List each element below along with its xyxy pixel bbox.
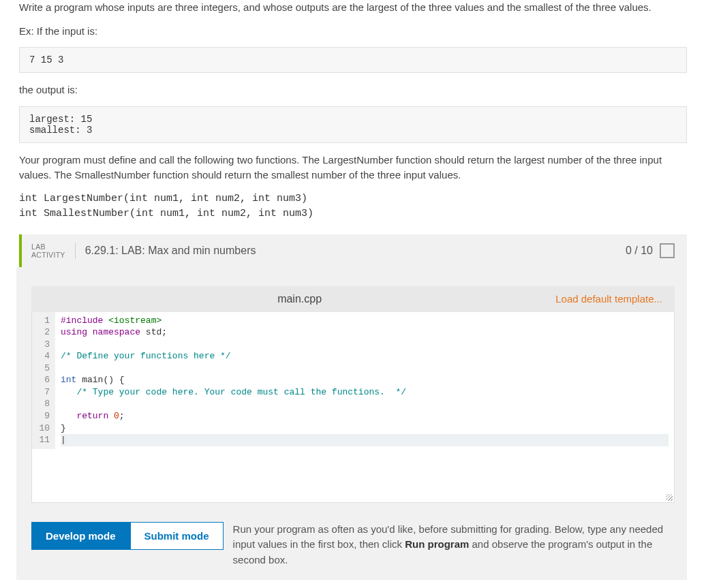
line-number: 4 — [35, 350, 50, 362]
line-gutter: 1 2 3 4 5 6 7 8 9 10 11 — [32, 312, 55, 449]
function-signature-1: int LargestNumber(int num1, int num2, in… — [19, 191, 687, 207]
filename-label: main.cpp — [44, 293, 555, 305]
line-number: 2 — [35, 326, 50, 339]
line-number: 6 — [35, 374, 50, 386]
code-editor[interactable]: 1 2 3 4 5 6 7 8 9 10 11 #include <iostre… — [31, 312, 675, 503]
code-token: /* Type your code here. Your code must c… — [61, 387, 406, 397]
mode-buttons: Develop mode Submit mode — [31, 522, 224, 550]
example-label: Ex: If the input is: — [19, 24, 687, 40]
function-signature-2: int SmallestNumber(int num1, int num2, i… — [19, 206, 687, 222]
code-token: return — [61, 411, 108, 421]
lab-panel: LAB ACTIVITY 6.29.1: LAB: Max and min nu… — [19, 234, 687, 267]
resize-handle-icon[interactable] — [666, 494, 673, 501]
lab-header: LAB ACTIVITY 6.29.1: LAB: Max and min nu… — [22, 234, 687, 267]
code-area[interactable]: #include <iostream> using namespace std;… — [55, 312, 674, 449]
code-token: #include — [61, 315, 103, 326]
lab-badge: LAB ACTIVITY — [31, 243, 76, 259]
lab-badge-line2: ACTIVITY — [31, 251, 65, 259]
example-input-block: 7 15 3 — [19, 47, 687, 73]
code-token: main() { — [76, 375, 124, 385]
lab-score: 0 / 10 — [626, 245, 653, 257]
submit-mode-button[interactable]: Submit mode — [130, 522, 224, 550]
line-number: 10 — [35, 422, 50, 435]
code-token: /* Define your functions here */ — [61, 351, 231, 361]
code-token: using — [61, 327, 87, 337]
code-token: int — [61, 375, 76, 385]
line-number: 3 — [35, 339, 50, 351]
code-token: 0 — [108, 411, 119, 421]
problem-intro: Write a program whose inputs are three i… — [19, 0, 687, 16]
line-number: 5 — [35, 362, 50, 375]
code-token: namespace — [87, 327, 140, 337]
filename-bar: main.cpp Load default template... — [31, 286, 675, 312]
requirements-text: Your program must define and call the fo… — [19, 153, 687, 183]
lab-body: main.cpp Load default template... 1 2 3 … — [16, 267, 687, 581]
code-token: } — [61, 423, 66, 433]
line-number: 11 — [35, 434, 50, 446]
mode-desc-bold: Run program — [405, 538, 469, 550]
output-label: the output is: — [19, 82, 687, 98]
expand-icon[interactable] — [660, 243, 675, 258]
mode-row: Develop mode Submit mode Run your progra… — [31, 522, 675, 568]
load-default-template-link[interactable]: Load default template... — [555, 293, 662, 305]
example-output-block: largest: 15 smallest: 3 — [19, 106, 687, 143]
code-token: <iostream> — [103, 315, 162, 326]
code-token: std; — [140, 327, 167, 337]
code-token: ; — [119, 411, 125, 421]
mode-description: Run your program as often as you'd like,… — [233, 522, 675, 568]
line-number: 7 — [35, 386, 50, 399]
lab-title: 6.29.1: LAB: Max and min numbers — [85, 245, 626, 257]
line-number: 8 — [35, 398, 50, 410]
line-number: 9 — [35, 410, 50, 422]
lab-badge-line1: LAB — [31, 243, 65, 251]
line-number: 1 — [35, 315, 50, 327]
develop-mode-button[interactable]: Develop mode — [31, 522, 130, 550]
